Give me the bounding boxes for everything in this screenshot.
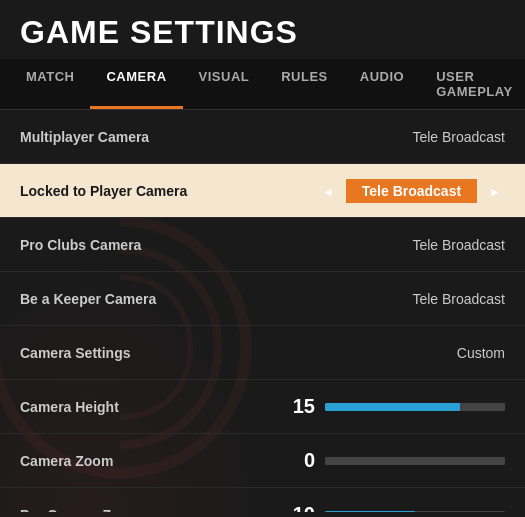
tab-audio[interactable]: AUDIO xyxy=(344,59,420,109)
setting-row-multiplayer-camera: Multiplayer Camera Tele Broadcast xyxy=(0,110,525,164)
tab-rules[interactable]: RULES xyxy=(265,59,344,109)
pro-clubs-camera-label: Pro Clubs Camera xyxy=(20,237,141,253)
tab-user-gameplay[interactable]: USER GAMEPLAY xyxy=(420,59,525,109)
camera-settings-label: Camera Settings xyxy=(20,345,130,361)
camera-height-slider-container: 15 xyxy=(287,395,505,418)
multiplayer-camera-label: Multiplayer Camera xyxy=(20,129,149,145)
tab-visual[interactable]: VISUAL xyxy=(183,59,266,109)
locked-player-camera-label: Locked to Player Camera xyxy=(20,183,187,199)
setting-row-locked-player-camera: Locked to Player Camera Tele Broadcast xyxy=(0,164,525,218)
be-a-keeper-camera-label: Be a Keeper Camera xyxy=(20,291,156,307)
be-a-keeper-camera-value: Tele Broadcast xyxy=(412,291,505,307)
setting-row-camera-zoom: Camera Zoom 0 xyxy=(0,434,525,488)
pro-camera-zoom-slider-container: 10 xyxy=(287,503,505,512)
setting-row-pro-clubs-camera: Pro Clubs Camera Tele Broadcast xyxy=(0,218,525,272)
locked-player-camera-selector: Tele Broadcast xyxy=(318,179,505,203)
camera-height-fill xyxy=(325,403,460,411)
tab-camera[interactable]: CAMERA xyxy=(90,59,182,109)
tabs-bar: MATCH CAMERA VISUAL RULES AUDIO USER GAM… xyxy=(0,59,525,110)
camera-zoom-value: 0 xyxy=(287,449,315,472)
camera-zoom-slider-container: 0 xyxy=(287,449,505,472)
pro-camera-zoom-track[interactable] xyxy=(325,511,505,513)
camera-zoom-label: Camera Zoom xyxy=(20,453,113,469)
page-title: GAME SETTINGS xyxy=(0,0,525,59)
setting-row-be-a-keeper-camera: Be a Keeper Camera Tele Broadcast xyxy=(0,272,525,326)
multiplayer-camera-value: Tele Broadcast xyxy=(412,129,505,145)
setting-row-camera-height: Camera Height 15 xyxy=(0,380,525,434)
locked-player-camera-value: Tele Broadcast xyxy=(346,179,477,203)
pro-camera-zoom-value: 10 xyxy=(287,503,315,512)
camera-settings-value: Custom xyxy=(457,345,505,361)
tab-match[interactable]: MATCH xyxy=(10,59,90,109)
camera-zoom-track[interactable] xyxy=(325,457,505,465)
settings-list: Multiplayer Camera Tele Broadcast Locked… xyxy=(0,110,525,512)
camera-height-label: Camera Height xyxy=(20,399,119,415)
camera-height-track[interactable] xyxy=(325,403,505,411)
pro-camera-zoom-label: Pro Camera Zoom xyxy=(20,507,141,513)
pro-clubs-camera-value: Tele Broadcast xyxy=(412,237,505,253)
setting-row-camera-settings: Camera Settings Custom xyxy=(0,326,525,380)
pro-camera-zoom-fill xyxy=(325,511,415,513)
locked-player-camera-next-button[interactable] xyxy=(485,181,505,201)
camera-height-value: 15 xyxy=(287,395,315,418)
locked-player-camera-prev-button[interactable] xyxy=(318,181,338,201)
setting-row-pro-camera-zoom: Pro Camera Zoom 10 xyxy=(0,488,525,512)
